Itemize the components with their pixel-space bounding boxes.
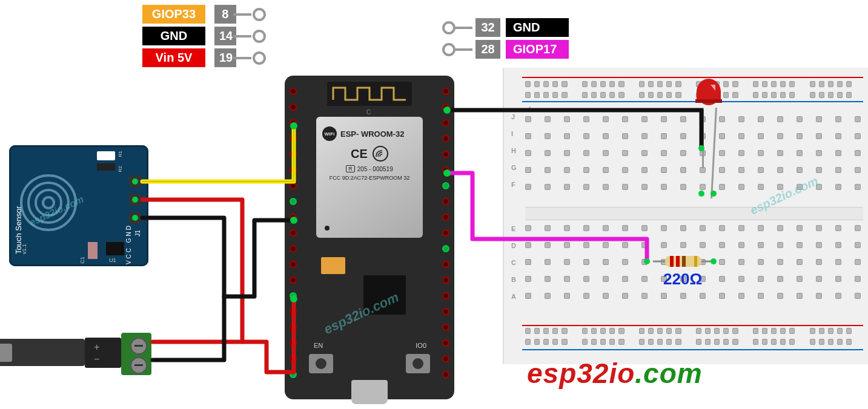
jack-minus: − xyxy=(94,354,99,365)
usb-chip xyxy=(363,275,406,315)
en-button[interactable] xyxy=(309,354,333,373)
pin-label-gnd: GND xyxy=(142,27,205,45)
svg-rect-7 xyxy=(695,99,722,103)
sensor-pins-text: SIG VCC GND xyxy=(125,224,132,284)
io0-label: IO0 xyxy=(416,342,426,349)
pin-label-gnd-r: GND xyxy=(506,18,569,37)
svg-rect-11 xyxy=(676,256,680,267)
pin-label-vin5v: Vin 5V xyxy=(142,48,205,67)
r-mark: R xyxy=(346,165,355,172)
serial: 205 - 000519 xyxy=(357,166,393,172)
led-red xyxy=(694,79,724,117)
sensor-r2: R2 xyxy=(117,166,122,172)
esp-pin-14-gnd xyxy=(290,292,297,299)
esp-pin-32-gnd xyxy=(442,182,449,189)
resistor-220ohm xyxy=(653,254,714,271)
io0-button[interactable] xyxy=(406,354,430,373)
wifi-icon: WiFi xyxy=(322,126,337,141)
board-c: C xyxy=(366,109,371,116)
brand-text: esp32io.com xyxy=(527,357,703,390)
resistor-label: 220Ω xyxy=(663,270,702,289)
esp-pin-8-giop33 xyxy=(290,198,297,205)
sensor-smd2 xyxy=(97,163,115,171)
sensor-j1: J1 xyxy=(134,230,141,237)
sensor-cap xyxy=(88,242,98,259)
pin-num-28: 28 xyxy=(475,40,500,59)
jack-plus: + xyxy=(94,342,99,353)
ce-mark: CE xyxy=(351,147,368,161)
sensor-r1: R1 xyxy=(117,151,122,157)
en-label: EN xyxy=(314,342,323,349)
esp32-board: C WiFi ESP- WROOM-32 CE R 205 - 000519 F… xyxy=(285,76,454,399)
svg-point-1 xyxy=(28,183,68,223)
sensor-pin-gnd xyxy=(129,212,141,224)
sensor-pin-vcc xyxy=(129,194,141,206)
regulator xyxy=(321,257,345,274)
usb-port xyxy=(351,380,388,404)
fcc: FCC 9D:2AC72-ESPWROOM 32 xyxy=(322,175,417,181)
breadboard: JIHGF EDCBA 1 5 10 15 esp32io.com xyxy=(503,68,868,364)
espressif-icon xyxy=(373,146,388,162)
sensor-ver: v1.1 xyxy=(21,244,27,254)
dc-jack: + − xyxy=(0,327,157,381)
sensor-pin-sig xyxy=(129,175,141,188)
left-pin-row-2: GND 14 xyxy=(142,27,236,45)
sensor-ic xyxy=(106,242,124,255)
left-pin-row-1: GIOP33 8 xyxy=(142,5,236,24)
svg-point-2 xyxy=(36,190,61,215)
pin-label-giop33: GIOP33 xyxy=(142,5,205,24)
esp-pin-28-giop17 xyxy=(442,245,449,252)
svg-rect-6 xyxy=(697,91,721,100)
pin-num-32: 32 xyxy=(475,18,500,37)
pin-label-giop17: GIOP17 xyxy=(506,40,569,59)
svg-rect-10 xyxy=(670,256,674,267)
touch-pad-icon xyxy=(18,172,79,233)
svg-rect-13 xyxy=(694,256,697,267)
svg-point-4 xyxy=(373,146,388,161)
left-pin-row-3: Vin 5V 19 xyxy=(142,48,236,67)
esp-pin-19-vin5v xyxy=(290,371,297,378)
sensor-u1: U1 xyxy=(109,257,116,263)
board-label: ESP- WROOM-32 xyxy=(340,129,404,139)
svg-rect-12 xyxy=(682,256,686,267)
touch-sensor: Touch Sensor v1.1 R1 R2 SIG VCC GND J1 C… xyxy=(9,145,148,266)
svg-point-3 xyxy=(43,197,54,208)
sensor-c1: C1 xyxy=(79,257,85,264)
sensor-smd1 xyxy=(97,151,115,160)
